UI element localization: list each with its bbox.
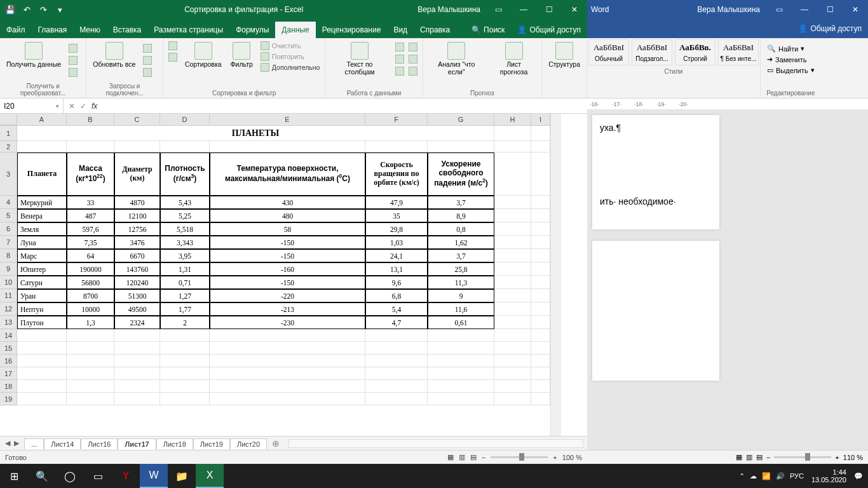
cell-temp[interactable]: 430 <box>210 196 365 209</box>
whatif-button[interactable]: Анализ "что если" <box>427 41 486 77</box>
row-header[interactable]: 15 <box>0 342 17 355</box>
cell[interactable] <box>494 302 531 316</box>
search-button[interactable]: 🔍 Поиск <box>465 22 511 38</box>
explorer-icon[interactable]: 📁 <box>168 464 196 488</box>
word-ribbon-options[interactable]: ▭ <box>766 0 792 19</box>
row-header[interactable]: 11 <box>0 289 17 302</box>
cell[interactable] <box>531 209 550 222</box>
cell[interactable] <box>494 329 531 342</box>
word-app-icon[interactable]: W <box>140 464 168 488</box>
cell-density[interactable]: 5,25 <box>160 209 210 222</box>
sheet-tab-17[interactable]: Лист17 <box>118 438 156 450</box>
maximize-button[interactable]: ☐ <box>536 0 562 19</box>
cell[interactable] <box>494 196 531 209</box>
word-close-button[interactable]: ✕ <box>843 0 868 19</box>
properties-button[interactable] <box>142 55 153 65</box>
view-print-icon[interactable]: ▥ <box>746 453 752 461</box>
clear-filter-button[interactable]: Очистить <box>259 41 322 51</box>
sort-za-button[interactable] <box>167 52 179 62</box>
word-document-area[interactable]: уха.¶ ить· необходимое· <box>587 110 868 450</box>
cell[interactable] <box>210 380 365 393</box>
cell[interactable] <box>494 367 531 380</box>
row-header[interactable]: 4 <box>0 196 17 209</box>
cell-mass[interactable]: 7,35 <box>67 236 114 249</box>
cell-temp[interactable]: -213 <box>210 302 365 316</box>
cell-diameter[interactable]: 12756 <box>114 222 160 236</box>
tab-help[interactable]: Справка <box>414 22 456 38</box>
cell-gravity[interactable]: 8,9 <box>428 209 494 222</box>
close-button[interactable]: ✕ <box>562 0 587 19</box>
cell-mass[interactable]: 190000 <box>67 262 114 276</box>
header-diameter[interactable]: Диаметр (км) <box>114 152 160 196</box>
cell-diameter[interactable]: 4870 <box>114 196 160 209</box>
word-page[interactable] <box>592 241 719 381</box>
sheet-tab-20[interactable]: Лист20 <box>230 438 267 449</box>
col-header[interactable]: D <box>160 114 210 125</box>
cell[interactable] <box>531 329 550 342</box>
cell-mass[interactable]: 33 <box>67 196 114 209</box>
view-page-layout-icon[interactable]: ▥ <box>459 453 465 461</box>
cell[interactable] <box>17 367 67 380</box>
cell-temp[interactable]: -220 <box>210 289 365 302</box>
view-page-break-icon[interactable]: ▤ <box>470 453 477 461</box>
cell-planet[interactable]: Венера <box>17 209 67 222</box>
cell[interactable] <box>531 316 550 329</box>
cell[interactable] <box>114 380 160 393</box>
tab-view[interactable]: Вид <box>387 22 414 38</box>
save-icon[interactable]: 💾 <box>5 4 15 15</box>
cell[interactable] <box>531 342 550 355</box>
from-text-button[interactable] <box>67 43 79 53</box>
nav-next-icon[interactable]: ▶ <box>14 439 19 447</box>
cell-planet[interactable]: Земля <box>17 222 67 236</box>
enter-formula-icon[interactable]: ✓ <box>80 102 86 111</box>
reapply-filter-button[interactable]: Повторить <box>259 51 322 62</box>
cell-density[interactable]: 1,31 <box>160 262 210 276</box>
search-icon[interactable]: 🔍 <box>28 464 56 488</box>
cell[interactable] <box>210 329 365 342</box>
cell-gravity[interactable]: 11,3 <box>428 276 494 289</box>
cell[interactable] <box>67 355 114 367</box>
zoom-in-button[interactable]: + <box>835 454 839 461</box>
cell-velocity[interactable]: 29,8 <box>365 222 428 236</box>
cell[interactable] <box>531 367 550 380</box>
cell[interactable] <box>494 316 531 329</box>
cell[interactable] <box>494 393 531 405</box>
get-data-button[interactable]: Получить данные <box>4 41 64 70</box>
cell-planet[interactable]: Марс <box>17 249 67 262</box>
cell[interactable] <box>365 393 428 405</box>
cell[interactable] <box>210 355 365 367</box>
cell-planet[interactable]: Юпитер <box>17 262 67 276</box>
cell[interactable] <box>494 236 531 249</box>
select-button[interactable]: ▭ Выделить ▾ <box>766 65 816 76</box>
cell-density[interactable]: 3,343 <box>160 236 210 249</box>
row-header[interactable]: 17 <box>0 367 17 380</box>
cell[interactable] <box>17 329 67 342</box>
cell[interactable] <box>365 380 428 393</box>
ribbon-options-icon[interactable]: ▭ <box>485 0 511 19</box>
cell-planet[interactable]: Меркурий <box>17 196 67 209</box>
row-header[interactable]: 13 <box>0 316 17 329</box>
cell[interactable] <box>428 355 494 367</box>
excel-app-icon[interactable]: X <box>196 464 224 488</box>
cell-planet[interactable]: Сатурн <box>17 276 67 289</box>
cell-velocity[interactable]: 13,1 <box>365 262 428 276</box>
cell-temp[interactable]: 58 <box>210 222 365 236</box>
find-button[interactable]: 🔍 Найти ▾ <box>766 43 816 54</box>
cell[interactable] <box>114 329 160 342</box>
vertical-scrollbar[interactable] <box>550 114 561 436</box>
cell-gravity[interactable]: 0,61 <box>428 316 494 329</box>
remove-duplicates-button[interactable] <box>407 42 419 52</box>
tab-pagelayout[interactable]: Разметка страницы <box>147 22 229 38</box>
share-button[interactable]: 👤 Общий доступ <box>511 22 587 38</box>
style-sample[interactable]: АаБбВвІПодзагол... <box>632 39 672 65</box>
tab-formulas[interactable]: Формулы <box>229 22 275 38</box>
row-header[interactable]: 18 <box>0 380 17 393</box>
cell[interactable] <box>160 393 210 405</box>
sheet-tab-18[interactable]: Лист18 <box>156 438 193 449</box>
minimize-button[interactable]: — <box>511 0 536 19</box>
formula-input[interactable] <box>102 98 587 113</box>
consolidate-button[interactable] <box>407 54 419 64</box>
cell[interactable] <box>531 276 550 289</box>
header-density[interactable]: Плотность (г/см3) <box>160 152 210 196</box>
network-icon[interactable]: 📶 <box>762 472 771 480</box>
